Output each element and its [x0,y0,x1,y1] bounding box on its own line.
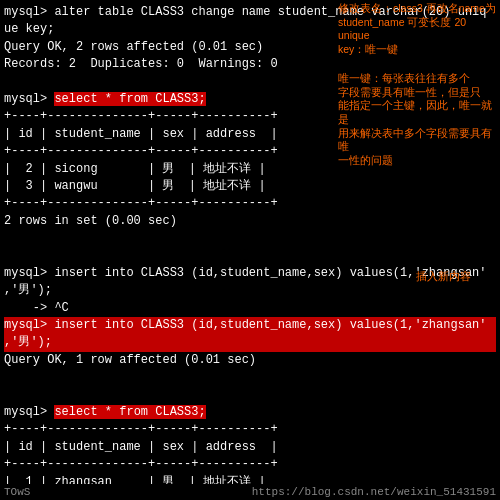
sep-5: +----+--------------+-----+----------+ [4,456,496,473]
query-ok-2-text: Query OK, 1 row affected (0.01 sec) [4,353,256,367]
cancel-text: -> ^C [4,301,69,315]
insert-1-text: mysql> insert into CLASS3 (id,student_na… [4,266,486,280]
insert-hl-1-text: mysql> insert into CLASS3 (id,student_na… [4,318,486,332]
insert-cancel: -> ^C [4,300,496,317]
bottom-right-url: https://blog.csdn.net/weixin_51431591 [252,486,496,498]
sep-5-text: +----+--------------+-----+----------+ [4,457,278,471]
blank-4 [4,369,496,386]
prompt-select2: mysql> [4,405,54,419]
sep-2-text: +----+--------------+-----+----------+ [4,144,278,158]
sep-4: +----+--------------+-----+----------+ [4,421,496,438]
row-1-text: | 2 | sicong | 男 | 地址不详 | [4,162,266,176]
blank-3 [4,247,496,264]
sep-3: +----+--------------+-----+----------+ [4,195,496,212]
annotation-2: 唯一键：每张表往往有多个字段需要具有唯一性，但是只能指定一个主键，因此，唯一就是… [338,72,496,167]
rows-result-1: 2 rows in set (0.00 sec) [4,213,496,230]
sep-4-text: +----+--------------+-----+----------+ [4,422,278,436]
query-ok-2: Query OK, 1 row affected (0.01 sec) [4,352,496,369]
header-2-text: | id | student_name | sex | address | [4,440,278,454]
select-cmd-1: select * from CLASS3; [54,92,205,106]
annotation-3: 插入新内容 [416,270,496,284]
table-header-2: | id | student_name | sex | address | [4,439,496,456]
insert-hl-2-text: ,'男'); [4,335,52,349]
insert-highlight-1: mysql> insert into CLASS3 (id,student_na… [4,317,496,334]
header-1-text: | id | student_name | sex | address | [4,127,278,141]
bottom-left-text: TOwS [4,486,30,498]
line-3-text: Query OK, 2 rows affected (0.01 sec) [4,40,263,54]
line-select-2: mysql> select * from CLASS3; [4,404,496,421]
bottom-bar: TOwS https://blog.csdn.net/weixin_514315… [0,484,500,500]
select-cmd-2: select * from CLASS3; [54,405,205,419]
blank-2 [4,230,496,247]
rows-1-text: 2 rows in set (0.00 sec) [4,214,177,228]
insert-attempt-2: ,'男'); [4,282,496,299]
table-row-2: | 3 | wangwu | 男 | 地址不详 | [4,178,496,195]
prompt-select1: mysql> [4,92,54,106]
line-4: Records: 2 Duplicates: 0 Warnings: 0 [4,56,496,73]
line-2-text: ue key; [4,22,54,36]
insert-highlight-2: ,'男'); [4,334,496,351]
row-2-text: | 3 | wangwu | 男 | 地址不详 | [4,179,266,193]
insert-2-text: ,'男'); [4,283,52,297]
line-4-text: Records: 2 Duplicates: 0 Warnings: 0 [4,57,278,71]
annotation-1: 修改表名：class3 再改名name为student_name 可变长度 20… [338,2,496,57]
sep-3-text: +----+--------------+-----+----------+ [4,196,278,210]
sep-1-text: +----+--------------+-----+----------+ [4,109,278,123]
terminal-window: mysql> alter table CLASS3 change name st… [0,0,500,500]
blank-5 [4,387,496,404]
